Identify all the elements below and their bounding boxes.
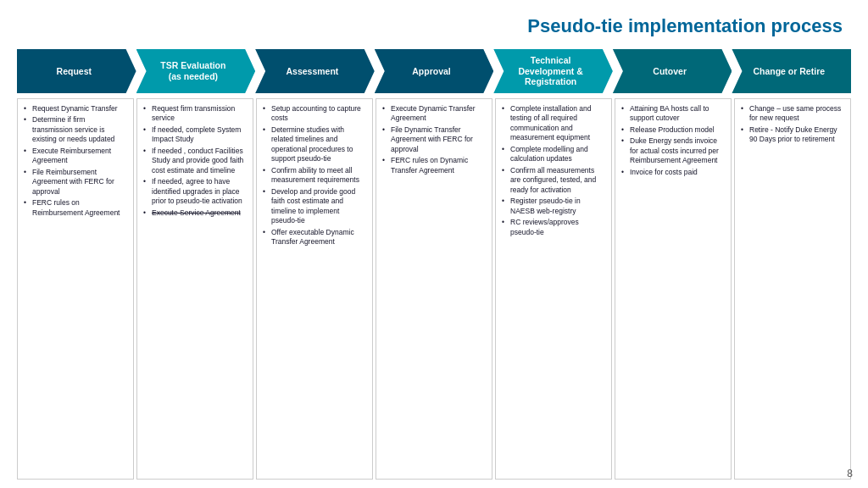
header-request: Request — [17, 49, 136, 93]
list-item: Setup accounting to capture costs — [263, 104, 366, 124]
header-label-request: Request — [57, 66, 92, 77]
col-list-techdev: Complete installation and testing of all… — [502, 104, 605, 237]
header-label-tsr: TSR Evaluation(as needed) — [160, 60, 225, 81]
list-item: Request Dynamic Transfer — [24, 104, 127, 114]
header-cutover: Cutover — [613, 49, 732, 93]
header-label-assessment: Assessment — [287, 66, 339, 77]
col-list-change: Change – use same process for new reques… — [741, 104, 844, 145]
list-item: Change – use same process for new reques… — [741, 104, 844, 124]
page-title: Pseudo-tie implementation process — [17, 15, 851, 37]
list-item: Register pseudo-tie in NAESB web-registr… — [502, 197, 605, 216]
strikethrough-text: Execute Service Agreement — [152, 208, 241, 217]
col-tsr: Request firm transmission serviceIf need… — [136, 98, 253, 480]
col-cutover: Attaining BA hosts call to support cutov… — [615, 98, 732, 480]
header-techdev: Technical Development & Registration — [493, 49, 613, 93]
list-item: Request firm transmission service — [143, 104, 247, 124]
list-item: If needed, agree to have identified upgr… — [143, 177, 247, 206]
list-item: Execute Reimbursement Agreement — [24, 147, 127, 166]
list-item: Complete installation and testing of all… — [502, 104, 605, 143]
list-item: Execute Dynamic Transfer Agreement — [382, 104, 486, 124]
col-change: Change – use same process for new reques… — [734, 98, 851, 480]
col-list-tsr: Request firm transmission serviceIf need… — [143, 104, 247, 218]
page-number: 8 — [847, 468, 853, 480]
list-item: Confirm all measurements are configured,… — [502, 166, 605, 195]
list-item: Release Production model — [621, 125, 725, 135]
col-approval: Execute Dynamic Transfer AgreementFile D… — [376, 98, 492, 480]
header-label-change: Change or Retire — [753, 66, 825, 77]
list-item: Duke Energy sends invoice for actual cos… — [621, 136, 725, 165]
list-item: File Reimbursement Agreement with FERC f… — [24, 168, 127, 197]
list-item: FERC rules on Dynamic Transfer Agreement — [382, 156, 486, 175]
process-header-row: RequestTSR Evaluation(as needed)Assessme… — [17, 49, 851, 93]
header-label-techdev: Technical Development & Registration — [502, 55, 599, 87]
header-assessment: Assessment — [255, 49, 375, 93]
list-item: If needed, complete System Impact Study — [143, 125, 247, 145]
list-item: Confirm ability to meet all measurement … — [263, 166, 366, 186]
list-item: Offer executable Dynamic Transfer Agreem… — [263, 228, 366, 247]
list-item: File Dynamic Transfer Agreement with FER… — [382, 125, 486, 154]
header-label-approval: Approval — [412, 66, 451, 77]
list-item: If needed , conduct Facilities Study and… — [143, 147, 247, 175]
list-item: Determine studies with related timelines… — [263, 125, 366, 164]
col-list-assessment: Setup accounting to capture costsDetermi… — [263, 104, 366, 247]
list-item: Retire - Notify Duke Energy 90 Days prio… — [741, 125, 844, 145]
list-item: Develop and provide good faith cost esti… — [263, 187, 366, 226]
list-item: FERC rules on Reimbursement Agreement — [24, 198, 127, 218]
col-list-cutover: Attaining BA hosts call to support cutov… — [621, 104, 725, 177]
header-sublabel-tsr: (as needed) — [169, 71, 218, 81]
list-item: Invoice for costs paid — [621, 168, 725, 177]
list-item: RC reviews/approves pseudo-tie — [502, 218, 605, 237]
list-item: Attaining BA hosts call to support cutov… — [621, 104, 725, 124]
list-item: Complete modelling and calculation updat… — [502, 145, 605, 164]
col-request: Request Dynamic TransferDetermine if fir… — [17, 98, 134, 480]
col-list-request: Request Dynamic TransferDetermine if fir… — [24, 104, 127, 218]
header-approval: Approval — [375, 49, 494, 93]
header-label-cutover: Cutover — [653, 66, 687, 77]
content-row: Request Dynamic TransferDetermine if fir… — [17, 98, 851, 480]
list-item: Determine if firm transmission service i… — [24, 115, 127, 144]
header-tsr: TSR Evaluation(as needed) — [136, 49, 256, 93]
page: Pseudo-tie implementation process Reques… — [0, 0, 868, 488]
header-change: Change or Retire — [732, 49, 851, 93]
col-assessment: Setup accounting to capture costsDetermi… — [256, 98, 373, 480]
list-item: Execute Service Agreement — [143, 208, 247, 218]
col-list-approval: Execute Dynamic Transfer AgreementFile D… — [382, 104, 486, 175]
col-techdev: Complete installation and testing of all… — [495, 98, 612, 480]
